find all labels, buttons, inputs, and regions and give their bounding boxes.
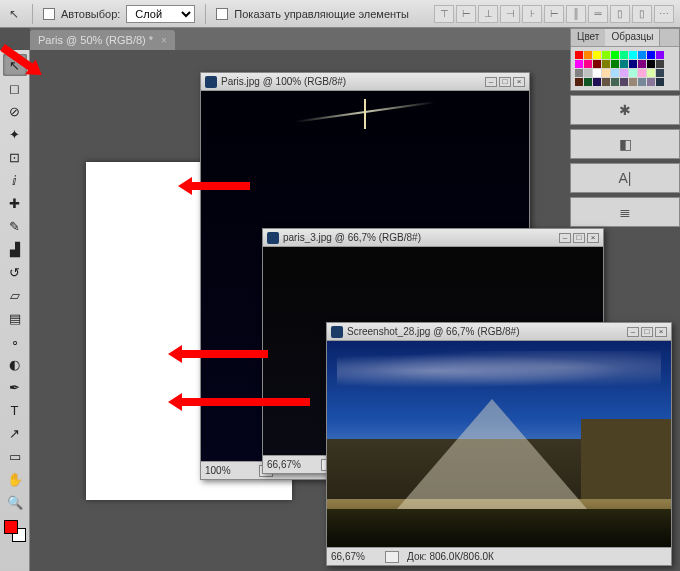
align-left-button[interactable]: ⊣ (500, 5, 520, 23)
tool-stamp[interactable]: ▟ (3, 238, 27, 260)
align-hcenter-button[interactable]: ⊦ (522, 5, 542, 23)
swatch[interactable] (656, 51, 664, 59)
tool-hand[interactable]: ✋ (3, 468, 27, 490)
swatch[interactable] (584, 60, 592, 68)
show-controls-checkbox[interactable] (216, 8, 228, 20)
swatch[interactable] (620, 60, 628, 68)
swatch[interactable] (629, 60, 637, 68)
auto-select-checkbox[interactable] (43, 8, 55, 20)
navigator-panel-icon[interactable]: ✱ (570, 95, 680, 125)
tool-brush[interactable]: ✎ (3, 215, 27, 237)
swatch[interactable] (575, 69, 583, 77)
align-right-button[interactable]: ⊢ (544, 5, 564, 23)
swatch[interactable] (638, 78, 646, 86)
swatch[interactable] (647, 78, 655, 86)
color-swatches[interactable] (4, 520, 26, 542)
character-panel-icon[interactable]: A| (570, 163, 680, 193)
swatch[interactable] (611, 69, 619, 77)
swatch[interactable] (593, 69, 601, 77)
tool-eyedropper[interactable]: ⅈ (3, 169, 27, 191)
document-window-screenshot28[interactable]: Screenshot_28.jpg @ 66,7% (RGB/8#) – □ ×… (326, 322, 672, 566)
swatch[interactable] (593, 78, 601, 86)
tool-zoom[interactable]: 🔍 (3, 491, 27, 513)
swatch[interactable] (575, 60, 583, 68)
tool-blur[interactable]: ∘ (3, 330, 27, 352)
tool-dodge[interactable]: ◐ (3, 353, 27, 375)
swatch[interactable] (584, 51, 592, 59)
swatch[interactable] (656, 60, 664, 68)
swatch[interactable] (593, 60, 601, 68)
swatch[interactable] (629, 69, 637, 77)
minimize-button[interactable]: – (627, 327, 639, 337)
distribute-v-button[interactable]: ═ (588, 5, 608, 23)
swatch[interactable] (620, 69, 628, 77)
swatch[interactable] (620, 51, 628, 59)
distribute-4-button[interactable]: ▯ (632, 5, 652, 23)
window-titlebar[interactable]: paris_3.jpg @ 66,7% (RGB/8#) – □ × (263, 229, 603, 247)
tool-heal[interactable]: ✚ (3, 192, 27, 214)
zoom-level[interactable]: 66,67% (331, 551, 377, 562)
swatch[interactable] (602, 69, 610, 77)
swatch-grid[interactable] (571, 47, 679, 90)
document-tab[interactable]: Paris @ 50% (RGB/8) * × (30, 30, 175, 50)
align-top-button[interactable]: ⊤ (434, 5, 454, 23)
swatch[interactable] (620, 78, 628, 86)
tool-pen[interactable]: ✒ (3, 376, 27, 398)
tool-history-brush[interactable]: ↺ (3, 261, 27, 283)
close-button[interactable]: × (513, 77, 525, 87)
swatch[interactable] (638, 69, 646, 77)
layers-panel-icon[interactable]: ≣ (570, 197, 680, 227)
swatch[interactable] (656, 78, 664, 86)
swatch[interactable] (647, 60, 655, 68)
adjustments-panel-icon[interactable]: ◧ (570, 129, 680, 159)
status-button[interactable] (385, 551, 399, 563)
swatches-tab[interactable]: Образцы (605, 29, 660, 46)
swatch[interactable] (629, 51, 637, 59)
tool-gradient[interactable]: ▤ (3, 307, 27, 329)
align-vcenter-button[interactable]: ⊢ (456, 5, 476, 23)
swatch[interactable] (575, 51, 583, 59)
image-canvas[interactable] (327, 341, 671, 547)
swatch[interactable] (584, 69, 592, 77)
tool-type[interactable]: T (3, 399, 27, 421)
tool-lasso[interactable]: ⊘ (3, 100, 27, 122)
auto-select-dropdown[interactable]: Слой (126, 5, 195, 23)
zoom-level[interactable]: 100% (205, 465, 251, 476)
window-titlebar[interactable]: Paris.jpg @ 100% (RGB/8#) – □ × (201, 73, 529, 91)
tool-crop[interactable]: ⊡ (3, 146, 27, 168)
tool-wand[interactable]: ✦ (3, 123, 27, 145)
maximize-button[interactable]: □ (499, 77, 511, 87)
swatch[interactable] (611, 60, 619, 68)
swatch[interactable] (611, 78, 619, 86)
swatch[interactable] (575, 78, 583, 86)
tool-marquee[interactable]: ◻ (3, 77, 27, 99)
align-bottom-button[interactable]: ⊥ (478, 5, 498, 23)
swatch[interactable] (602, 78, 610, 86)
swatch[interactable] (647, 51, 655, 59)
swatch[interactable] (647, 69, 655, 77)
close-button[interactable]: × (655, 327, 667, 337)
zoom-level[interactable]: 66,67% (267, 459, 313, 470)
close-tab-icon[interactable]: × (161, 35, 167, 46)
swatch[interactable] (602, 60, 610, 68)
distribute-3-button[interactable]: ▯ (610, 5, 630, 23)
swatch[interactable] (638, 60, 646, 68)
swatch[interactable] (584, 78, 592, 86)
swatch[interactable] (638, 51, 646, 59)
swatch[interactable] (593, 51, 601, 59)
foreground-color-swatch[interactable] (4, 520, 18, 534)
tool-path-select[interactable]: ↗ (3, 422, 27, 444)
tool-eraser[interactable]: ▱ (3, 284, 27, 306)
maximize-button[interactable]: □ (641, 327, 653, 337)
distribute-h-button[interactable]: ║ (566, 5, 586, 23)
swatch[interactable] (611, 51, 619, 59)
minimize-button[interactable]: – (559, 233, 571, 243)
swatch[interactable] (602, 51, 610, 59)
color-tab[interactable]: Цвет (571, 29, 605, 46)
tool-shape[interactable]: ▭ (3, 445, 27, 467)
minimize-button[interactable]: – (485, 77, 497, 87)
arrange-button[interactable]: ⋯ (654, 5, 674, 23)
maximize-button[interactable]: □ (573, 233, 585, 243)
swatch[interactable] (629, 78, 637, 86)
close-button[interactable]: × (587, 233, 599, 243)
